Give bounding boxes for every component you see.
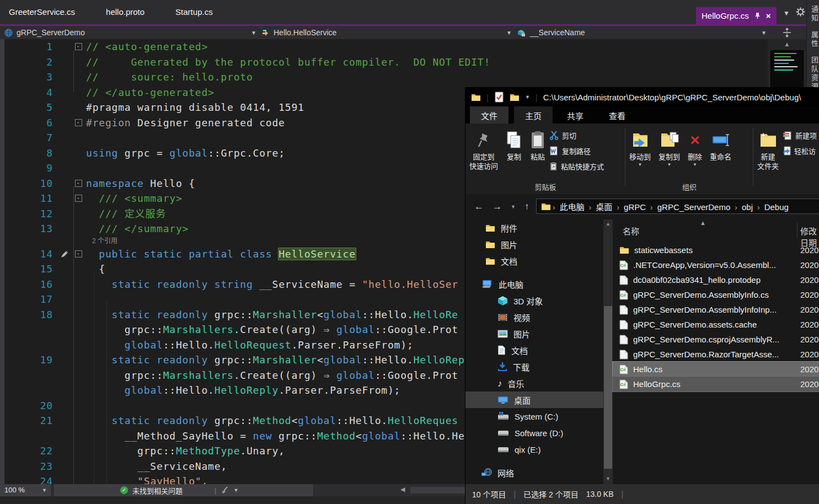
ribbon-button-newfolder[interactable]: 新建文件夹: [753, 128, 783, 171]
file-row-.NETCoreApp,Version=v5.0.Assembl...[interactable]: C#.NETCoreApp,Version=v5.0.Assembl...202…: [613, 258, 819, 272]
sidebar-item-System (C:)[interactable]: System (C:): [465, 408, 603, 425]
ribbon-button-cut[interactable]: 剪切: [549, 130, 604, 141]
sidebar-item-label: 附件: [501, 222, 517, 234]
zoom-control[interactable]: 100 % ▼: [0, 484, 51, 496]
editor-tab-1[interactable]: hello.proto: [106, 7, 144, 17]
fold-collapse-icon[interactable]: -: [75, 43, 82, 50]
sidebar-item-此电脑[interactable]: 此电脑: [465, 276, 603, 292]
scroll-left-icon[interactable]: ◀: [400, 486, 405, 493]
scrollbar-thumb[interactable]: [604, 306, 612, 469]
sidebar-item-qix (E:)[interactable]: qix (E:): [465, 441, 603, 458]
file-row-Hello.cs[interactable]: C#Hello.cs2020,: [613, 362, 819, 377]
code-health-indicator[interactable]: ✓ 未找到相关问题 | ▼: [54, 484, 313, 496]
line-number: 7: [0, 130, 58, 146]
sidebar-item-图片[interactable]: 图片: [465, 236, 603, 253]
editor-tab-0[interactable]: GreeterService.cs: [9, 7, 75, 17]
forward-icon[interactable]: →: [493, 201, 502, 212]
fold-collapse-icon[interactable]: -: [75, 180, 82, 187]
file-row-gRPC_ServerDemo.assets.cache[interactable]: gRPC_ServerDemo.assets.cache2020,: [613, 317, 819, 332]
editor-tab-2[interactable]: Startup.cs: [175, 7, 213, 17]
quick-access-toolbar-dropdown-icon[interactable]: ▼: [525, 94, 530, 100]
breadcrumb-此电脑[interactable]: 此电脑: [557, 202, 587, 212]
fold-collapse-icon[interactable]: -: [75, 119, 82, 126]
ribbon: 固定到快速访问复制粘贴剪切复制路径粘贴快捷方式剪贴板移动到▼复制到▼×删除▼重命…: [465, 124, 819, 194]
breadcrumb-Debug[interactable]: Debug: [762, 202, 791, 212]
explorer-title-bar[interactable]: | ▼ | C:\Users\Administrator\Desktop\gRP…: [465, 87, 819, 107]
tab-list-dropdown-icon[interactable]: ▼: [783, 9, 790, 17]
breadcrumb-gRPC_ServerDemo[interactable]: gRPC_ServerDemo: [655, 202, 734, 212]
cube-icon: [497, 296, 508, 306]
broom-icon[interactable]: [221, 486, 229, 495]
properties-quick-icon[interactable]: [494, 92, 504, 103]
file-row-HelloGrpc.cs[interactable]: C#HelloGrpc.cs2020: [613, 377, 819, 392]
ribbon-button-path[interactable]: 复制路径: [549, 146, 604, 156]
file-row-gRPC_ServerDemo.RazorTargetAsse...[interactable]: gRPC_ServerDemo.RazorTargetAsse...2020,: [613, 347, 819, 362]
ribbon-button-moveto[interactable]: 移动到▼: [625, 128, 655, 167]
ribbon-small-column: 剪切复制路径粘贴快捷方式: [549, 130, 604, 171]
ribbon-button-copy[interactable]: 复制: [502, 128, 526, 162]
scroll-down-icon[interactable]: ▼: [603, 476, 613, 481]
horizontal-scrollbar[interactable]: [410, 487, 465, 494]
ribbon-button-paste[interactable]: 粘贴: [526, 128, 549, 162]
ribbon-button-newitem[interactable]: 新建项: [783, 130, 817, 141]
file-row-staticwebassets[interactable]: staticwebassets2020,: [613, 243, 819, 258]
sidebar-item-图片[interactable]: 图片: [465, 325, 603, 342]
tab-hellogrpc-active[interactable]: HelloGrpc.cs ×: [696, 7, 777, 24]
sidebar-item-网络[interactable]: 网络: [465, 464, 603, 481]
ribbon-tab-share[interactable]: 共享: [556, 106, 595, 125]
scroll-up-icon[interactable]: ▲: [603, 221, 613, 227]
sidebar-item-文档[interactable]: 文档: [465, 342, 603, 358]
ribbon-tab-file[interactable]: 文件: [470, 106, 508, 125]
split-window-button[interactable]: [767, 26, 806, 39]
ribbon-button-pin[interactable]: 固定到快速访问: [465, 128, 502, 171]
fold-collapse-icon[interactable]: -: [75, 250, 82, 258]
file-row-gRPC_ServerDemo.csprojAssemblyR...[interactable]: gRPC_ServerDemo.csprojAssemblyR...2020,: [613, 332, 819, 347]
chevron-down-icon[interactable]: ▼: [233, 487, 238, 493]
pin-tab-icon[interactable]: [754, 12, 761, 19]
breadcrumb-gRPC[interactable]: gRPC: [621, 202, 649, 212]
sidebar-item-下载[interactable]: 下载: [465, 358, 603, 375]
ribbon-tab-view[interactable]: 查看: [598, 106, 636, 125]
sidebar-item-3D 对象[interactable]: 3D 对象: [465, 292, 603, 309]
code-text: static readonly grpc::Marshaller<global:…: [86, 352, 465, 368]
history-dropdown-icon[interactable]: ▼: [511, 204, 516, 210]
tool-tab-通知[interactable]: 通知: [809, 6, 819, 23]
back-icon[interactable]: ←: [474, 201, 484, 212]
ribbon-group-label: 剪贴板: [465, 181, 625, 192]
ribbon-button-del[interactable]: ×删除▼: [684, 128, 706, 167]
sidebar-item-视频[interactable]: 视频: [465, 309, 603, 325]
line-pen-slot: [58, 474, 71, 484]
up-icon[interactable]: ↑: [524, 201, 529, 212]
sidebar-item-Software (D:)[interactable]: Software (D:): [465, 425, 603, 441]
sidebar-item-音乐[interactable]: ♪音乐: [465, 375, 603, 392]
fold-margin[interactable]: -: [71, 115, 86, 131]
fold-collapse-icon[interactable]: -: [75, 195, 82, 202]
sidebar-item-附件[interactable]: 附件: [465, 219, 603, 236]
ribbon-button-shortcut[interactable]: 粘贴快捷方式: [549, 161, 604, 171]
ribbon-button-rename[interactable]: 重命名: [706, 128, 735, 162]
column-divider[interactable]: [797, 223, 797, 237]
sidebar-item-文档[interactable]: 文档: [465, 253, 603, 269]
sidebar-item-桌面[interactable]: 桌面: [465, 392, 603, 408]
breadcrumb-桌面[interactable]: 桌面: [593, 202, 615, 212]
tool-tab-属性[interactable]: 属性: [809, 31, 819, 49]
project-dropdown[interactable]: gRPC_ServerDemo ▼: [0, 26, 262, 39]
file-row-gRPC_ServerDemo.AssemblyInfoInp...[interactable]: gRPC_ServerDemo.AssemblyInfoInp...2020,: [613, 302, 819, 317]
member-dropdown[interactable]: __ServiceName ▼: [512, 26, 772, 39]
navigation-pane-scrollbar[interactable]: ▲ ▼: [603, 219, 613, 484]
breadcrumb-obj[interactable]: obj: [739, 202, 756, 212]
new-folder-quick-icon[interactable]: [510, 93, 520, 101]
ribbon-button-easy[interactable]: 轻松访: [783, 146, 817, 156]
type-dropdown[interactable]: Hello.HelloService ▼: [257, 26, 517, 39]
file-row-gRPC_ServerDemo.AssemblyInfo.cs[interactable]: C#gRPC_ServerDemo.AssemblyInfo.cs2020,: [613, 287, 819, 302]
column-name[interactable]: 名称: [623, 225, 639, 237]
ribbon-tab-home[interactable]: 主页: [514, 106, 553, 125]
ribbon-button-copyto[interactable]: 复制到▼: [655, 128, 684, 167]
gear-icon[interactable]: [796, 7, 805, 18]
address-bar[interactable]: ›此电脑›桌面›gRPC›gRPC_ServerDemo›obj›Debug: [536, 199, 819, 214]
close-tab-icon[interactable]: ×: [766, 11, 771, 20]
cs-icon: C#: [619, 379, 628, 389]
scroll-up-icon[interactable]: ▲: [768, 39, 806, 47]
file-row-dc0a0bf02cba9341_hello.protodep[interactable]: dc0a0bf02cba9341_hello.protodep2020,: [613, 272, 819, 287]
code-text: // source: hello.proto: [86, 69, 253, 85]
